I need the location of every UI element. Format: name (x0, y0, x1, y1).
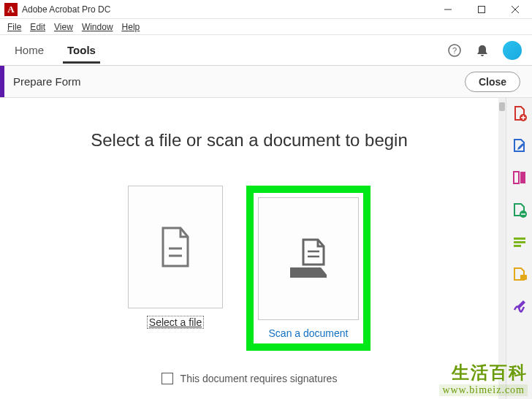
sub-header-title: Prepare Form (13, 75, 81, 88)
menu-window[interactable]: Window (77, 20, 118, 34)
menu-file[interactable]: File (3, 20, 26, 34)
svg-rect-18 (520, 275, 527, 280)
export-pdf-icon (512, 170, 528, 186)
scrollbar-thumb[interactable] (499, 102, 505, 111)
document-icon (159, 227, 192, 267)
svg-rect-10 (290, 275, 327, 278)
nav-tab-tools[interactable]: Tools (63, 37, 100, 64)
menu-bar: File Edit View Window Help (0, 19, 532, 35)
watermark-line1: 生活百科 (439, 361, 528, 384)
option-select-file[interactable]: Select a file (128, 186, 223, 329)
comment-icon (512, 266, 528, 282)
signatures-label: This document requires signatures (180, 373, 338, 384)
svg-rect-15 (514, 238, 525, 240)
right-tools-rail (506, 98, 532, 399)
rail-tool-create-pdf[interactable] (512, 105, 528, 121)
option-scan-document-tile[interactable] (258, 197, 359, 320)
organize-icon (512, 202, 528, 218)
vertical-scrollbar[interactable] (498, 98, 506, 399)
rail-tool-edit-pdf[interactable] (512, 137, 528, 153)
option-select-file-tile[interactable] (128, 186, 223, 308)
window-title-bar: A Adobe Acrobat Pro DC (0, 0, 532, 19)
close-window-button[interactable] (498, 0, 532, 18)
svg-text:?: ? (452, 46, 457, 55)
highlight-scan-document: Scan a document (246, 186, 370, 351)
main-nav: Home Tools ? (0, 35, 532, 66)
rail-tool-comment[interactable] (512, 266, 528, 282)
tool-accent-bar (0, 66, 4, 97)
app-title: Adobe Acrobat Pro DC (22, 4, 110, 15)
option-scan-document-label[interactable]: Scan a document (258, 327, 359, 339)
rail-tool-enhance[interactable] (512, 234, 528, 250)
menu-edit[interactable]: Edit (26, 20, 50, 34)
scanner-icon (286, 238, 331, 279)
svg-rect-13 (520, 172, 525, 183)
close-icon (512, 6, 519, 13)
app-icon: A (4, 3, 18, 16)
rail-tool-export-pdf[interactable] (512, 170, 528, 186)
svg-rect-1 (479, 6, 485, 12)
notifications-button[interactable] (475, 43, 490, 58)
bell-icon (475, 43, 490, 58)
close-tool-button[interactable]: Close (465, 72, 520, 92)
create-pdf-icon (512, 105, 528, 121)
minimize-button[interactable] (431, 0, 465, 18)
svg-rect-16 (514, 241, 525, 243)
content-area: Select a file or scan a document to begi… (0, 98, 498, 399)
watermark: 生活百科 www.bimeiz.com (439, 361, 528, 396)
window-controls (431, 0, 532, 18)
option-scan-document[interactable]: Scan a document (258, 197, 359, 339)
svg-rect-12 (514, 172, 519, 183)
option-select-file-label[interactable]: Select a file (147, 316, 204, 329)
svg-rect-17 (514, 245, 521, 247)
signatures-row: This document requires signatures (0, 373, 498, 384)
help-button[interactable]: ? (447, 43, 462, 58)
watermark-line2: www.bimeiz.com (439, 384, 528, 396)
menu-help[interactable]: Help (118, 20, 145, 34)
maximize-button[interactable] (465, 0, 498, 18)
edit-pdf-icon (512, 137, 528, 153)
menu-view[interactable]: View (50, 20, 77, 34)
sign-icon (512, 298, 528, 314)
enhance-icon (512, 234, 528, 250)
maximize-icon (478, 6, 485, 13)
minimize-icon (444, 6, 452, 13)
rail-tool-organize[interactable] (512, 202, 528, 218)
help-icon: ? (447, 43, 462, 58)
signatures-checkbox[interactable] (162, 373, 173, 384)
sub-header: Prepare Form Close (0, 66, 532, 98)
rail-tool-sign[interactable] (512, 298, 528, 314)
content-heading: Select a file or scan a document to begi… (0, 130, 498, 151)
options-row: Select a file Scan a documen (0, 186, 498, 351)
nav-tab-home[interactable]: Home (10, 37, 48, 64)
user-avatar[interactable] (503, 41, 522, 60)
